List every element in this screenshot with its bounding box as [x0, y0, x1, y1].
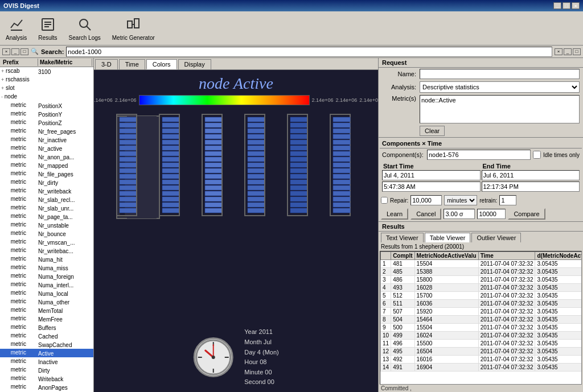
table-row[interactable]: 3 486 15800 2011-07-04 07:32:32 3.05435 [381, 276, 582, 284]
bar-min[interactable]: _ [564, 48, 572, 55]
search-win-min[interactable]: _ [11, 48, 19, 55]
tree-item[interactable]: metricNr_active [0, 144, 93, 152]
search-logs-btn[interactable]: Search Logs [65, 14, 104, 42]
bar-close[interactable]: × [555, 48, 563, 55]
tree-item[interactable]: metricNr_anon_pa... [0, 152, 93, 161]
tree-item[interactable]: metricNuma_hit [0, 255, 93, 263]
table-row[interactable]: 12 495 16504 2011-07-04 07:32:32 3.05435 [381, 348, 582, 356]
close-btn[interactable]: × [572, 2, 580, 9]
window-controls[interactable]: _ □ × [553, 2, 580, 9]
tree-item[interactable]: metricNr_free_pages [0, 127, 93, 135]
tree-item[interactable]: metricSwapCached [0, 340, 93, 349]
compare-button[interactable]: Compare [508, 208, 545, 220]
search-win-controls[interactable]: × _ □ [2, 48, 28, 55]
search-bar-right-controls[interactable]: × _ □ [555, 48, 581, 55]
search-win-close[interactable]: × [2, 48, 10, 55]
tab-table-viewer[interactable]: Table Viewer [425, 233, 471, 242]
table-row[interactable]: 8 504 15464 2011-07-04 07:32:32 3.05435 [381, 316, 582, 324]
tree-item[interactable]: metricNr_slab_recl... [0, 195, 93, 204]
tree-item[interactable]: metricWriteback [0, 374, 93, 383]
table-row[interactable]: 11 496 15500 2011-07-04 07:32:32 3.05435 [381, 340, 582, 348]
table-row[interactable]: 5 512 15700 2011-07-04 07:32:32 3.05435 [381, 292, 582, 300]
data-table-container[interactable]: Complt MetricNodeActiveValu Time d(Metri… [380, 251, 582, 385]
tab-display[interactable]: Display [178, 59, 211, 69]
minimize-btn[interactable]: _ [553, 2, 561, 9]
table-row[interactable]: 14 491 16904 2011-07-04 07:32:32 3.05435 [381, 364, 582, 372]
end-date-input[interactable] [482, 170, 580, 180]
retrain-input[interactable] [499, 195, 516, 205]
tree-item[interactable]: metricNr_page_ta... [0, 212, 93, 221]
tree-item[interactable]: metricActive [0, 349, 93, 357]
repair-checkbox[interactable] [381, 197, 388, 204]
tab-outlier-viewer[interactable]: Outlier Viewer [471, 233, 521, 242]
tree-item[interactable]: metricNr_mapped [0, 161, 93, 170]
count-input[interactable] [477, 209, 506, 219]
analysis-btn[interactable]: Analysis [2, 14, 30, 42]
analysis-select[interactable]: Descriptive statistics Time series Corre… [420, 81, 580, 93]
tree-item[interactable]: metricDirty [0, 366, 93, 374]
bar-max[interactable]: □ [573, 48, 581, 55]
tree-item[interactable]: metricNr_bounce [0, 229, 93, 238]
metrics-box: node::Active [420, 95, 580, 123]
table-row[interactable]: 9 500 15504 2011-07-04 07:32:32 3.05435 [381, 324, 582, 332]
tree-item[interactable]: + slot [0, 84, 93, 93]
table-row[interactable]: 2 485 15388 2011-07-04 07:32:32 3.05435 [381, 268, 582, 276]
tree-item[interactable]: metricNr_inactive [0, 135, 93, 144]
col-value[interactable]: MetricNodeActiveValu [414, 252, 478, 260]
tree-item[interactable]: metricMemTotal [0, 306, 93, 315]
clear-button[interactable]: Clear [420, 126, 445, 136]
tree-item[interactable]: metricAnonPages [0, 383, 93, 391]
repair-unit-select[interactable]: minutes [444, 195, 477, 205]
tree-item[interactable]: metricPositionY [0, 110, 93, 118]
tree-item[interactable]: metricNuma_foreign [0, 272, 93, 280]
idle-checkbox[interactable] [533, 151, 541, 159]
tree-item[interactable]: metricNr_dirty [0, 178, 93, 187]
maximize-btn[interactable]: □ [563, 2, 570, 9]
tree-item[interactable]: metricBuffers [0, 323, 93, 332]
table-row[interactable]: 10 499 16024 2011-07-04 07:32:32 3.05435 [381, 332, 582, 340]
tree-item[interactable]: metricCached [0, 332, 93, 340]
tree-item[interactable]: metricNuma_other [0, 298, 93, 306]
results-btn[interactable]: Results [35, 14, 60, 42]
metric-generator-btn[interactable]: Metric Generator [109, 14, 158, 42]
col-delta[interactable]: d(MetricNodeActiveVa [535, 252, 582, 260]
sigma-input[interactable] [444, 209, 475, 219]
tree-item[interactable]: metricInactive [0, 357, 93, 366]
tree-item[interactable]: metricNr_writeback [0, 187, 93, 195]
start-date-input[interactable] [382, 170, 481, 180]
start-time-input[interactable] [382, 181, 481, 192]
tab-colors[interactable]: Colors [146, 59, 177, 69]
tree-item[interactable]: + rschassis [0, 76, 93, 84]
table-row[interactable]: 7 507 15920 2011-07-04 07:32:32 3.05435 [381, 308, 582, 316]
tree-item[interactable]: metricNr_unstable [0, 221, 93, 229]
tree-item[interactable]: metricNr_writebac... [0, 246, 93, 255]
tree-item[interactable]: - node [0, 93, 93, 101]
search-input[interactable] [66, 47, 552, 57]
table-row[interactable]: 1 481 15504 2011-07-04 07:32:32 3.05435 [381, 260, 582, 268]
tree-item[interactable]: metricNr_file_pages [0, 170, 93, 178]
col-complt[interactable]: Complt [391, 252, 414, 260]
repair-value-input[interactable] [410, 195, 442, 205]
tree-item[interactable]: metricNuma_interl... [0, 280, 93, 289]
table-row[interactable]: 13 492 16016 2011-07-04 07:32:32 3.05435 [381, 356, 582, 364]
tree-item[interactable]: metricMemFree [0, 315, 93, 323]
tree-item[interactable]: + rscab3100 [0, 67, 93, 76]
table-row[interactable]: 4 493 16028 2011-07-04 07:32:32 3.05435 [381, 284, 582, 292]
tab-text-viewer[interactable]: Text Viewer [381, 233, 424, 242]
table-row[interactable]: 6 511 16036 2011-07-04 07:32:32 3.05435 [381, 300, 582, 308]
name-input[interactable] [420, 69, 580, 79]
tree-item[interactable]: metricNuma_local [0, 289, 93, 298]
tree-item[interactable]: metricNr_vmscan_... [0, 238, 93, 246]
col-time[interactable]: Time [478, 252, 535, 260]
component-input[interactable] [427, 150, 531, 160]
tree-item[interactable]: metricPositionX [0, 101, 93, 110]
tree-item[interactable]: metricPositionZ [0, 118, 93, 127]
learn-button[interactable]: Learn [381, 208, 408, 220]
tab-3d[interactable]: 3-D [95, 59, 118, 69]
search-win-max[interactable]: □ [20, 48, 28, 55]
tree-item[interactable]: metricNuma_miss [0, 263, 93, 272]
cancel-button[interactable]: Cancel [410, 208, 441, 220]
tree-item[interactable]: metricNr_slab_unr... [0, 204, 93, 212]
end-time-input[interactable] [482, 181, 580, 192]
tab-time[interactable]: Time [119, 59, 145, 69]
